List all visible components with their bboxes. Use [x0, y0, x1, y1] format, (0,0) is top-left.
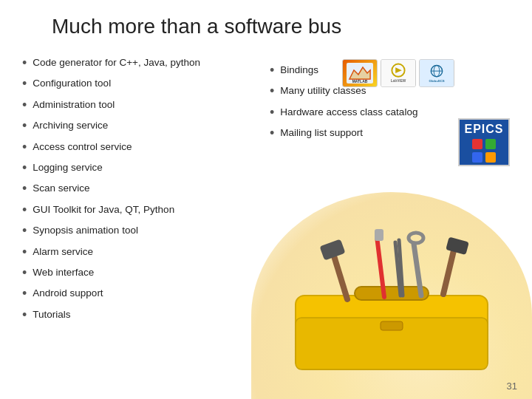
svg-line-16: [332, 251, 347, 299]
bullet-dot: •: [22, 117, 27, 134]
svg-line-22: [443, 248, 454, 294]
bullet-dot: •: [22, 222, 27, 239]
list-item: •Android support: [22, 284, 262, 304]
globuscs-logo: GlobuSCS: [419, 59, 454, 87]
bullet-dot: •: [22, 139, 27, 156]
bullet-dot: •: [22, 244, 27, 261]
left-column: •Code generator for C++, Java, python•Co…: [22, 53, 262, 326]
list-item-text: Alarm service: [33, 245, 93, 259]
bullet-dot: •: [270, 62, 274, 79]
list-item-text: Web interface: [33, 265, 94, 280]
epics-dots-row2: [472, 152, 496, 163]
list-item: •Synopsis animation tool: [22, 221, 262, 242]
labview-logo: LabVIEW: [381, 59, 416, 87]
list-item-text: Synopsis animation tool: [33, 223, 138, 238]
bullet-dot: •: [22, 180, 27, 197]
bullet-dot: •: [270, 125, 274, 142]
svg-rect-15: [355, 287, 429, 300]
list-item: •Access control service: [22, 137, 262, 158]
list-item: •Web interface: [22, 263, 262, 284]
list-item: •Tutorials: [22, 305, 262, 326]
epics-dots: [472, 139, 496, 149]
list-item-text: Android support: [33, 286, 103, 301]
slide: Much more than a software bus MATLAB Lab…: [0, 0, 532, 399]
svg-point-21: [409, 233, 423, 243]
list-item-text: Archiving service: [33, 118, 108, 133]
logos-area: MATLAB LabVIEW GlobuSCS: [342, 59, 454, 87]
list-item: •Administration tool: [22, 95, 262, 116]
epics-badge: EPICS: [458, 118, 510, 166]
epics-dot-red: [472, 139, 482, 149]
epics-dot-blue: [472, 152, 482, 163]
list-item-text: Access control service: [33, 140, 132, 154]
list-item-text: Configuration tool: [33, 76, 111, 91]
list-item: •Logging service: [22, 158, 262, 179]
epics-dot-orange: [485, 152, 496, 163]
list-item-text: Bindings: [280, 63, 318, 78]
page-number: 31: [507, 381, 517, 392]
svg-text:GlobuSCS: GlobuSCS: [429, 79, 444, 83]
list-item: •Scan service: [22, 179, 262, 200]
bullet-dot: •: [22, 265, 27, 282]
bullet-dot: •: [270, 104, 274, 121]
slide-title: Much more than a software bus: [52, 15, 510, 38]
list-item: •Code generator for C++, Java, python: [22, 53, 262, 74]
bullet-dot: •: [22, 285, 27, 302]
matlab-logo: MATLAB: [342, 59, 378, 87]
list-item: •GUI Toolkit for Java, QT, Python: [22, 200, 262, 221]
epics-dot-green: [485, 139, 496, 149]
svg-rect-19: [375, 229, 383, 241]
bullet-dot: •: [22, 202, 27, 219]
list-item-text: Code generator for C++, Java, python: [33, 55, 200, 70]
bullet-dot: •: [22, 55, 27, 72]
list-item: •Archiving service: [22, 116, 262, 137]
bullet-dot: •: [270, 83, 274, 100]
list-item-text: Scan service: [33, 181, 89, 196]
toolbox-image: [266, 207, 517, 377]
svg-rect-17: [319, 239, 345, 260]
bullet-dot: •: [22, 75, 27, 92]
list-item-text: Tutorials: [33, 307, 70, 322]
list-item-text: Administration tool: [33, 98, 115, 112]
list-item-text: Hardware access class catalog: [280, 105, 417, 120]
svg-text:LabVIEW: LabVIEW: [391, 79, 406, 83]
bullet-dot: •: [22, 160, 27, 177]
svg-text:MATLAB: MATLAB: [352, 79, 368, 83]
list-item: •Configuration tool: [22, 74, 262, 95]
list-item-text: GUI Toolkit for Java, QT, Python: [33, 202, 174, 217]
list-item-text: Logging service: [33, 160, 103, 175]
epics-label: EPICS: [464, 122, 503, 136]
list-item: •Alarm service: [22, 242, 262, 263]
bullet-dot: •: [22, 97, 27, 114]
bullet-dot: •: [22, 307, 27, 324]
svg-rect-23: [446, 236, 469, 255]
left-bullet-list: •Code generator for C++, Java, python•Co…: [22, 53, 262, 326]
list-item-text: Mailing list support: [280, 126, 363, 140]
svg-rect-26: [381, 321, 403, 330]
